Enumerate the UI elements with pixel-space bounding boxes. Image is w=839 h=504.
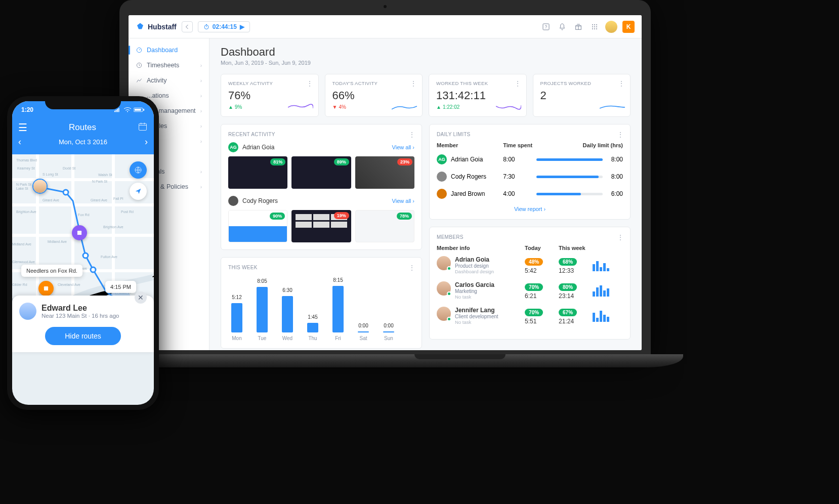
globe-icon bbox=[134, 165, 143, 175]
grid-icon bbox=[591, 23, 599, 31]
more-icon[interactable]: ⋮ bbox=[617, 131, 624, 139]
stop-pin[interactable] bbox=[38, 281, 54, 296]
sidebar-item-dashboard[interactable]: Dashboard bbox=[129, 43, 209, 58]
next-day-button[interactable]: › bbox=[145, 137, 148, 147]
kpi-projects: ⋮ PROJECTS WORKED 2 bbox=[533, 74, 631, 117]
more-icon[interactable]: ⋮ bbox=[618, 79, 625, 88]
topbar: Hubstaff 02:44:15 ▶ ? bbox=[129, 15, 642, 38]
view-all-link[interactable]: View all › bbox=[392, 198, 414, 204]
svg-text:N Park St: N Park St bbox=[16, 183, 31, 186]
time-callout[interactable]: 4:15 PM bbox=[105, 281, 136, 293]
more-icon[interactable]: ⋮ bbox=[408, 264, 415, 272]
hide-routes-button[interactable]: Hide routes bbox=[45, 327, 121, 345]
kpi-row: ⋮ WEEKLY ACTIVITY 76% ▲ 9% ⋮ TODAY'S ACT… bbox=[221, 74, 631, 117]
screenshot-thumb[interactable]: 90% bbox=[228, 210, 287, 242]
store-icon bbox=[76, 229, 83, 236]
phone-screen: 1:20 ☰ Routes ‹ Mon, Oct 3 2016 › bbox=[12, 101, 154, 405]
more-icon[interactable]: ⋮ bbox=[410, 79, 417, 88]
svg-point-12 bbox=[596, 28, 597, 29]
gift-button[interactable] bbox=[573, 21, 584, 32]
close-button[interactable]: ✕ bbox=[135, 291, 147, 304]
date-range: Mon, Jun 3, 2019 - Sun, Jun 9, 2019 bbox=[221, 60, 631, 66]
back-button[interactable] bbox=[182, 21, 193, 32]
svg-rect-22 bbox=[143, 109, 144, 111]
this-week-panel: ⋮ THIS WEEK 5:12Mon8:05Tue6:30Wed1:45Thu… bbox=[221, 257, 422, 349]
svg-text:S Long St: S Long St bbox=[43, 173, 58, 177]
bar-column: 5:12Mon bbox=[231, 295, 242, 341]
screenshot-thumb[interactable]: 81% bbox=[228, 156, 287, 189]
avatar: AG bbox=[437, 154, 447, 164]
phone-notch bbox=[45, 96, 121, 109]
avatar bbox=[437, 189, 447, 199]
help-button[interactable]: ? bbox=[540, 21, 552, 32]
daily-limit-row: Jared Brown4:006:00 bbox=[437, 189, 623, 199]
svg-text:Brighton Ave: Brighton Ave bbox=[16, 210, 36, 214]
svg-text:?: ? bbox=[545, 24, 548, 29]
member-sparkbar bbox=[593, 310, 623, 322]
avatar bbox=[437, 307, 451, 321]
webcam bbox=[384, 5, 387, 8]
chevron-right-icon: › bbox=[200, 63, 202, 68]
svg-point-8 bbox=[594, 26, 595, 27]
user-avatar[interactable] bbox=[605, 21, 617, 33]
notifications-button[interactable] bbox=[557, 21, 568, 32]
member-row: Adrian GoiaProduct designDashboard desig… bbox=[437, 256, 623, 274]
globe-button[interactable] bbox=[130, 161, 147, 179]
bar-column: 1:45Thu bbox=[307, 314, 318, 341]
svg-rect-23 bbox=[139, 123, 147, 130]
prev-day-button[interactable]: ‹ bbox=[18, 137, 21, 147]
apps-button[interactable] bbox=[589, 21, 600, 32]
svg-text:Midland Ave: Midland Ave bbox=[12, 242, 31, 246]
svg-rect-16 bbox=[116, 110, 117, 112]
svg-rect-15 bbox=[114, 111, 115, 112]
stop-pin[interactable] bbox=[72, 225, 87, 240]
avatar bbox=[437, 172, 447, 182]
view-report-link[interactable]: View report › bbox=[437, 206, 623, 212]
screenshot-thumb[interactable]: 23% bbox=[355, 156, 414, 189]
laptop-hinge-notch bbox=[414, 354, 506, 359]
user-pin[interactable] bbox=[32, 179, 48, 194]
brand[interactable]: Hubstaff bbox=[136, 22, 177, 31]
avatar bbox=[437, 256, 451, 270]
screenshot-thumb[interactable]: 89% bbox=[291, 156, 351, 189]
sparkline-icon bbox=[392, 102, 417, 111]
stop-callout[interactable]: Needlers on Fox Rd. bbox=[21, 265, 82, 277]
svg-text:Thomas Blvd: Thomas Blvd bbox=[16, 158, 37, 162]
menu-button[interactable]: ☰ bbox=[18, 121, 27, 134]
more-icon[interactable]: ⋮ bbox=[408, 131, 415, 139]
hubstaff-logo-icon bbox=[136, 22, 145, 31]
svg-text:Midland Ave: Midland Ave bbox=[48, 240, 67, 243]
svg-point-7 bbox=[592, 26, 593, 27]
svg-point-9 bbox=[596, 26, 597, 27]
svg-text:Brighton Ave: Brighton Ave bbox=[103, 225, 123, 229]
week-bar-chart: 5:12Mon8:05Tue6:30Wed1:45Thu8:15Fri0:00S… bbox=[228, 275, 414, 341]
user-row: Cody Rogers View all › bbox=[228, 196, 414, 206]
app-screen: Hubstaff 02:44:15 ▶ ? bbox=[129, 15, 642, 350]
sidebar-item-timesheets[interactable]: Timesheets› bbox=[129, 58, 209, 73]
svg-text:Dodd St: Dodd St bbox=[63, 166, 75, 170]
screenshot-thumb[interactable]: 19% bbox=[291, 210, 351, 242]
map-view[interactable]: Kearney StDodd St S Long StN Park St N P… bbox=[12, 154, 154, 352]
more-icon[interactable]: ⋮ bbox=[514, 79, 521, 88]
user-row: AG Adrian Goia View all › bbox=[228, 142, 414, 152]
daily-limits-panel: ⋮ DAILY LIMITS Member Time spent Daily l… bbox=[429, 124, 631, 220]
daily-limit-row: Cody Rogers7:308:00 bbox=[437, 172, 623, 182]
svg-text:Kearney St: Kearney St bbox=[17, 166, 35, 171]
more-icon[interactable]: ⋮ bbox=[617, 233, 624, 241]
bar-column: 0:00Sat bbox=[358, 323, 369, 341]
org-badge[interactable]: K bbox=[622, 21, 635, 33]
play-icon[interactable]: ▶ bbox=[240, 23, 244, 30]
locate-button[interactable] bbox=[130, 183, 147, 200]
sidebar-item-activity[interactable]: Activity› bbox=[129, 73, 209, 88]
laptop-frame: Hubstaff 02:44:15 ▶ ? bbox=[119, 0, 651, 359]
view-all-link[interactable]: View all › bbox=[392, 144, 414, 150]
gift-icon bbox=[574, 23, 582, 31]
svg-text:Glenwood Ave: Glenwood Ave bbox=[12, 260, 35, 264]
stopwatch-icon bbox=[203, 24, 209, 30]
timer-widget[interactable]: 02:44:15 ▶ bbox=[198, 21, 250, 32]
screenshot-thumb[interactable]: 78% bbox=[355, 210, 414, 242]
wifi-icon bbox=[123, 107, 132, 112]
more-icon[interactable]: ⋮ bbox=[306, 79, 313, 88]
sparkline-icon bbox=[600, 102, 625, 111]
calendar-button[interactable] bbox=[138, 121, 148, 134]
